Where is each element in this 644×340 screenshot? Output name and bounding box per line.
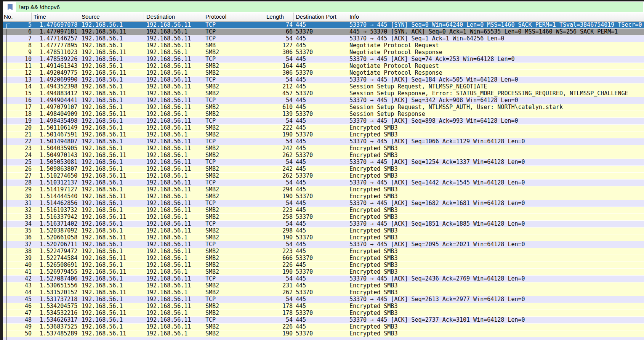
packet-row[interactable]: 42 1.527087406 192.168.56.1 192.168.56.1… bbox=[3, 276, 644, 282]
packet-no: 49 bbox=[3, 324, 32, 330]
packet-destination-port bbox=[294, 337, 347, 340]
packet-row[interactable]: 10 1.478539226 192.168.56.1 192.168.56.1… bbox=[3, 56, 644, 63]
packet-info bbox=[347, 337, 644, 340]
column-header-len[interactable]: Length bbox=[264, 13, 294, 21]
packet-row[interactable]: 50 1.537485289 192.168.56.11 192.168.56.… bbox=[3, 330, 644, 337]
packet-row[interactable]: 48 1.534626317 192.168.56.1 192.168.56.1… bbox=[3, 317, 644, 324]
packet-info: Session Setup Request, NTLMSSP_AUTH, Use… bbox=[347, 104, 644, 111]
packet-destination-port: 53370 bbox=[294, 111, 347, 117]
packet-time: 1.520706711 bbox=[32, 241, 79, 248]
packet-destination-port: 445 bbox=[294, 104, 347, 111]
packet-row[interactable]: 26 1.509863807 192.168.56.1 192.168.56.1… bbox=[3, 166, 644, 173]
packet-destination-port: 53370 bbox=[294, 289, 347, 296]
bookmark-icon bbox=[8, 4, 13, 10]
packet-no: 18 bbox=[3, 111, 32, 117]
packet-protocol bbox=[203, 337, 264, 340]
packet-row[interactable]: 37 1.520706711 192.168.56.1 192.168.56.1… bbox=[3, 241, 644, 248]
packet-row[interactable]: 24 1.504970143 192.168.56.11 192.168.56.… bbox=[3, 152, 644, 159]
packet-source: 192.168.56.11 bbox=[79, 111, 144, 117]
packet-info: 53370 → 445 [ACK] Seq=2737 Ack=3101 Win=… bbox=[347, 317, 644, 323]
packet-row[interactable]: 28 1.510312137 192.168.56.1 192.168.56.1… bbox=[3, 180, 644, 186]
packet-destination-port: 53370 bbox=[294, 29, 347, 35]
packet-destination: 192.168.56.1 bbox=[144, 234, 203, 241]
packet-no: 20 bbox=[3, 125, 32, 131]
packet-row[interactable]: 30 1.514444540 192.168.56.11 192.168.56.… bbox=[3, 193, 644, 200]
packet-protocol: TCP bbox=[203, 35, 264, 42]
packet-row[interactable]: 18 1.498404909 192.168.56.11 192.168.56.… bbox=[3, 111, 644, 118]
packet-row[interactable]: 49 1.536837525 192.168.56.1 192.168.56.1… bbox=[3, 324, 644, 330]
packet-no: 35 bbox=[3, 228, 32, 234]
packet-row[interactable]: 13 1.492069990 192.168.56.1 192.168.56.1… bbox=[3, 77, 644, 83]
packet-length: 54 bbox=[264, 159, 294, 165]
column-header-no[interactable]: No. bbox=[3, 13, 32, 21]
column-header-dest[interactable]: Destination bbox=[144, 13, 203, 21]
packet-no: 41 bbox=[3, 269, 32, 275]
packet-row[interactable]: 44 1.531520152 192.168.56.11 192.168.56.… bbox=[3, 289, 644, 296]
packet-row[interactable]: 19 1.498435498 192.168.56.1 192.168.56.1… bbox=[3, 118, 644, 125]
packet-row[interactable]: 33 1.516337942 192.168.56.11 192.168.56.… bbox=[3, 214, 644, 221]
packet-length: 222 bbox=[264, 125, 294, 131]
packet-row[interactable]: 35 1.520387092 192.168.56.1 192.168.56.1… bbox=[3, 228, 644, 234]
packet-no: 6 bbox=[3, 29, 32, 35]
packet-info: Session Setup Response bbox=[347, 111, 644, 117]
packet-destination-port: 445 bbox=[294, 200, 347, 207]
packet-row[interactable]: 47 1.534532216 192.168.56.11 192.168.56.… bbox=[3, 310, 644, 317]
packet-row[interactable]: 16 1.494904441 192.168.56.1 192.168.56.1… bbox=[3, 97, 644, 104]
packet-time: 1.522744584 bbox=[32, 255, 79, 261]
packet-destination: 192.168.56.11 bbox=[144, 35, 203, 42]
packet-row[interactable]: 27 1.510274650 192.168.56.11 192.168.56.… bbox=[3, 173, 644, 180]
packet-row[interactable]: 5 1.476697078 192.168.56.1 192.168.56.11… bbox=[3, 22, 644, 29]
packet-row[interactable]: 12 1.492049775 192.168.56.11 192.168.56.… bbox=[3, 70, 644, 77]
packet-row[interactable]: 7 1.477146257 192.168.56.1 192.168.56.11… bbox=[3, 35, 644, 42]
packet-destination: 192.168.56.11 bbox=[144, 186, 203, 193]
packet-row[interactable]: 25 1.505053081 192.168.56.1 192.168.56.1… bbox=[3, 159, 644, 166]
packet-source: 192.168.56.1 bbox=[79, 159, 144, 165]
column-header-time[interactable]: Time bbox=[32, 13, 79, 21]
packet-row[interactable]: 40 1.526508691 192.168.56.1 192.168.56.1… bbox=[3, 262, 644, 269]
packet-row[interactable]: 11 1.491461343 192.168.56.1 192.168.56.1… bbox=[3, 63, 644, 70]
packet-row[interactable]: 6 1.477097181 192.168.56.11 192.168.56.1… bbox=[3, 29, 644, 35]
packet-length: 223 bbox=[264, 207, 294, 213]
packet-row[interactable]: 9 1.478511023 192.168.56.11 192.168.56.1… bbox=[3, 49, 644, 56]
packet-destination: 192.168.56.1 bbox=[144, 111, 203, 117]
column-header-port[interactable]: Destination Port bbox=[294, 13, 347, 21]
packet-time: 1.477146257 bbox=[32, 35, 79, 42]
packet-destination-port: 445 bbox=[294, 97, 347, 104]
packet-row[interactable]: 29 1.514197127 192.168.56.1 192.168.56.1… bbox=[3, 186, 644, 193]
packet-row[interactable]: 8 1.477777895 192.168.56.1 192.168.56.11… bbox=[3, 42, 644, 49]
filter-bookmark-button[interactable] bbox=[4, 2, 16, 12]
packet-destination-port: 445 bbox=[294, 22, 347, 28]
packet-destination-port: 53370 bbox=[294, 214, 347, 220]
packet-row[interactable]: 43 1.530651556 192.168.56.1 192.168.56.1… bbox=[3, 282, 644, 289]
packet-row[interactable]: 21 1.501467591 192.168.56.11 192.168.56.… bbox=[3, 132, 644, 138]
packet-row[interactable]: 39 1.522744584 192.168.56.11 192.168.56.… bbox=[3, 255, 644, 262]
packet-destination-port: 445 bbox=[294, 138, 347, 145]
packet-length: 54 bbox=[264, 241, 294, 248]
packet-row[interactable]: 41 1.526979455 192.168.56.11 192.168.56.… bbox=[3, 269, 644, 276]
column-header-info[interactable]: Info bbox=[347, 13, 644, 21]
packet-row[interactable]: 20 1.501106149 192.168.56.1 192.168.56.1… bbox=[3, 125, 644, 132]
packet-row[interactable]: 22 1.501494807 192.168.56.1 192.168.56.1… bbox=[3, 138, 644, 145]
packet-row-partial[interactable] bbox=[3, 337, 644, 340]
packet-row[interactable]: 38 1.522479472 192.168.56.1 192.168.56.1… bbox=[3, 248, 644, 255]
packet-row[interactable]: 14 1.494352398 192.168.56.1 192.168.56.1… bbox=[3, 83, 644, 90]
packet-no: 28 bbox=[3, 180, 32, 186]
packet-row[interactable]: 36 1.520661058 192.168.56.11 192.168.56.… bbox=[3, 234, 644, 241]
packet-length: 212 bbox=[264, 83, 294, 90]
display-filter-input[interactable]: !arp && !dhcpv6 bbox=[16, 2, 643, 12]
packet-row[interactable]: 23 1.504035905 192.168.56.1 192.168.56.1… bbox=[3, 145, 644, 152]
packet-row[interactable]: 17 1.497079107 192.168.56.1 192.168.56.1… bbox=[3, 104, 644, 111]
column-header-source[interactable]: Source bbox=[79, 13, 144, 21]
column-header-proto[interactable]: Protocol bbox=[203, 13, 264, 21]
packet-protocol: TCP bbox=[203, 159, 264, 165]
packet-row[interactable]: 32 1.516193732 192.168.56.1 192.168.56.1… bbox=[3, 207, 644, 214]
packet-row[interactable]: 45 1.531737218 192.168.56.1 192.168.56.1… bbox=[3, 296, 644, 303]
packet-row[interactable]: 15 1.494883412 192.168.56.11 192.168.56.… bbox=[3, 90, 644, 97]
packet-source: 192.168.56.1 bbox=[79, 186, 144, 193]
packet-length: 54 bbox=[264, 221, 294, 227]
packet-source: 192.168.56.1 bbox=[79, 296, 144, 303]
packet-protocol: TCP bbox=[203, 29, 264, 35]
packet-row[interactable]: 31 1.514462856 192.168.56.1 192.168.56.1… bbox=[3, 200, 644, 207]
packet-row[interactable]: 46 1.534204575 192.168.56.1 192.168.56.1… bbox=[3, 303, 644, 310]
packet-row[interactable]: 34 1.516371402 192.168.56.1 192.168.56.1… bbox=[3, 221, 644, 228]
